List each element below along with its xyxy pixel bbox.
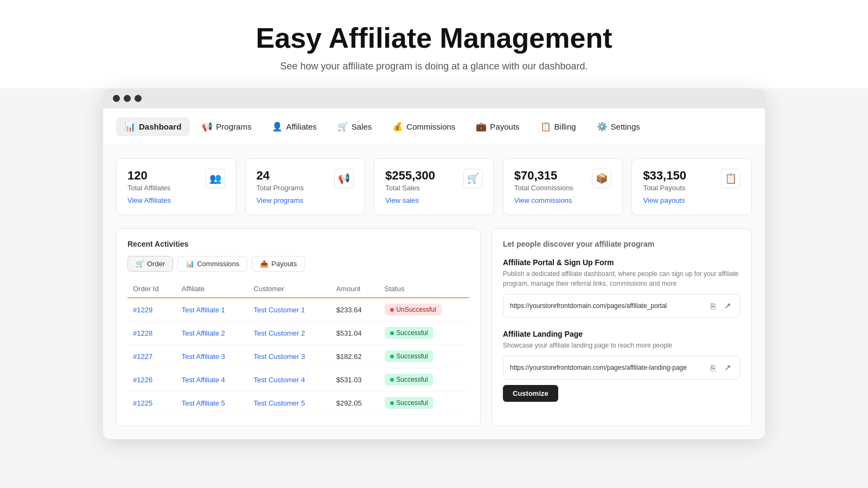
hero-title: Easy Affiliate Management	[11, 22, 857, 54]
cell-status: Successful	[379, 368, 469, 391]
affiliate-link[interactable]: Test Affiliate 2	[182, 329, 225, 337]
landing-open-button[interactable]: ↗	[722, 361, 733, 375]
status-dot	[390, 401, 394, 405]
col-customer: Customer	[248, 280, 331, 298]
customer-link[interactable]: Test Customer 1	[254, 306, 305, 314]
tab-order[interactable]: 🛒 Order	[127, 256, 173, 272]
payouts-icon: 💼	[476, 121, 487, 132]
order-id-link[interactable]: #1225	[133, 399, 152, 407]
tab-commissions[interactable]: 📊 Commissions	[177, 256, 247, 272]
hero-subtitle: See how your affiliate program is doing …	[11, 61, 857, 72]
cell-amount: $233.64	[331, 298, 379, 322]
cell-status: Successful	[379, 391, 469, 415]
stat-value-payouts: $33,150	[643, 169, 686, 183]
cell-status: UnSuccessful	[379, 298, 469, 322]
stat-link-commissions[interactable]: View commissions	[514, 196, 572, 204]
stat-label-programs: Total Programs	[257, 184, 304, 192]
nav-item-settings[interactable]: ⚙️ Settings	[588, 117, 649, 136]
stat-card-affiliates: 120 Total Affiliates View Affiliates 👥	[116, 158, 237, 215]
table-row: #1228 Test Affiliate 2 Test Customer 2 $…	[127, 322, 469, 345]
nav-item-commissions[interactable]: 💰 Commissions	[384, 117, 464, 136]
customer-link[interactable]: Test Customer 5	[254, 399, 305, 407]
landing-desc: Showcase your affiliate landing page to …	[503, 341, 741, 350]
hero-section: Easy Affiliate Management See how your a…	[0, 0, 868, 88]
cell-affiliate: Test Affiliate 2	[176, 322, 248, 345]
cell-customer: Test Customer 5	[248, 391, 331, 415]
stat-label-sales: Total Sales	[385, 184, 435, 192]
cell-customer: Test Customer 1	[248, 298, 331, 322]
tab-payouts[interactable]: 📤 Payouts	[252, 256, 305, 272]
order-id-link[interactable]: #1227	[133, 352, 152, 361]
table-row: #1227 Test Affiliate 3 Test Customer 3 $…	[127, 345, 469, 368]
main-nav: 📊 Dashboard 📢 Programs 👤 Affiliates 🛒 Sa…	[103, 108, 765, 145]
landing-title: Affiliate Landing Page	[503, 330, 741, 338]
cell-order-id: #1225	[127, 391, 176, 415]
cell-status: Successful	[379, 345, 469, 368]
sales-stat-icon: 🛒	[463, 169, 483, 188]
stats-row: 120 Total Affiliates View Affiliates 👥 2…	[116, 158, 752, 215]
portal-open-button[interactable]: ↗	[722, 299, 733, 313]
affiliate-landing-block: Affiliate Landing Page Showcase your aff…	[503, 330, 741, 402]
portal-copy-button[interactable]: ⎘	[709, 299, 718, 313]
bottom-section: Recent Activities 🛒 Order 📊 Commissions …	[116, 228, 752, 426]
browser-dot-1	[113, 95, 120, 102]
customer-link[interactable]: Test Customer 4	[254, 376, 305, 384]
customer-link[interactable]: Test Customer 2	[254, 329, 305, 337]
nav-item-programs[interactable]: 📢 Programs	[193, 117, 260, 136]
stat-label-affiliates: Total Affiliates	[127, 184, 171, 192]
status-dot	[390, 308, 394, 312]
commissions-icon: 💰	[392, 121, 403, 132]
col-order-id: Order Id	[127, 280, 176, 298]
cell-affiliate: Test Affiliate 3	[176, 345, 248, 368]
customize-button[interactable]: Customize	[503, 385, 558, 402]
stat-link-affiliates[interactable]: View Affiliates	[127, 196, 171, 204]
affiliate-discovery-panel: Let people discover your affiliate progr…	[492, 228, 752, 426]
portal-url: https://yourstorefrontdomain.com/pages/a…	[510, 302, 704, 310]
stat-value-programs: 24	[257, 169, 304, 183]
stat-card-programs: 24 Total Programs View programs 📢	[245, 158, 366, 215]
status-badge: Successful	[385, 374, 433, 386]
nav-item-dashboard[interactable]: 📊 Dashboard	[116, 117, 190, 136]
payouts-tab-icon: 📤	[260, 260, 269, 268]
affiliate-link[interactable]: Test Affiliate 4	[182, 376, 225, 384]
stat-link-sales[interactable]: View sales	[385, 196, 419, 204]
status-dot	[390, 331, 394, 335]
affiliate-link[interactable]: Test Affiliate 3	[182, 352, 225, 361]
stat-link-programs[interactable]: View programs	[257, 196, 303, 204]
affiliate-link[interactable]: Test Affiliate 1	[182, 306, 225, 314]
order-id-link[interactable]: #1229	[133, 306, 152, 314]
commissions-tab-icon: 📊	[186, 260, 194, 268]
order-tab-icon: 🛒	[136, 260, 144, 268]
landing-copy-button[interactable]: ⎘	[709, 361, 718, 375]
nav-item-affiliates[interactable]: 👤 Affiliates	[263, 117, 325, 136]
nav-item-payouts[interactable]: 💼 Payouts	[467, 117, 528, 136]
stat-link-payouts[interactable]: View payouts	[643, 196, 685, 204]
programs-stat-icon: 📢	[334, 169, 354, 188]
status-dot	[390, 378, 394, 382]
nav-item-billing[interactable]: 📋 Billing	[532, 117, 585, 136]
status-badge: UnSuccessful	[385, 304, 442, 316]
cell-status: Successful	[379, 322, 469, 345]
stat-label-payouts: Total Payouts	[643, 184, 686, 192]
commissions-stat-icon: 📦	[592, 169, 611, 188]
stat-value-sales: $255,300	[385, 169, 435, 183]
order-id-link[interactable]: #1226	[133, 376, 152, 384]
status-badge: Successful	[385, 397, 433, 409]
affiliate-link[interactable]: Test Affiliate 5	[182, 399, 225, 407]
nav-item-sales[interactable]: 🛒 Sales	[329, 117, 381, 136]
order-id-link[interactable]: #1228	[133, 329, 152, 337]
customer-link[interactable]: Test Customer 3	[254, 352, 305, 361]
cell-customer: Test Customer 2	[248, 322, 331, 345]
affiliates-icon: 👤	[272, 121, 283, 132]
cell-amount: $292.05	[331, 391, 379, 415]
main-content: 120 Total Affiliates View Affiliates 👥 2…	[103, 145, 765, 439]
stat-card-commissions: $70,315 Total Commissions View commissio…	[503, 158, 623, 215]
status-dot	[390, 355, 394, 358]
table-row: #1225 Test Affiliate 5 Test Customer 5 $…	[127, 391, 469, 415]
cell-affiliate: Test Affiliate 5	[176, 391, 248, 415]
stat-label-commissions: Total Commissions	[514, 184, 573, 192]
landing-url-row: https://yourstorefrontdomain.com/pages/a…	[503, 356, 741, 380]
col-status: Status	[379, 280, 469, 298]
cell-amount: $531.04	[331, 322, 379, 345]
table-row: #1226 Test Affiliate 4 Test Customer 4 $…	[127, 368, 469, 391]
